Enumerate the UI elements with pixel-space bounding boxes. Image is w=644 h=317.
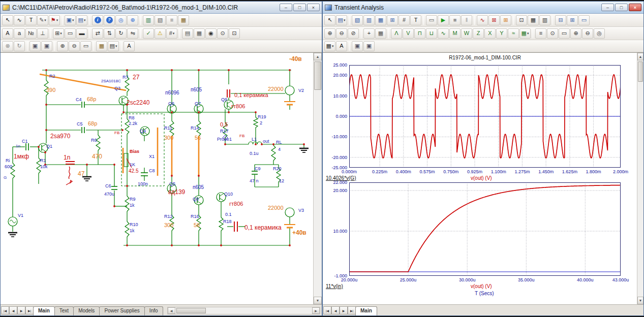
properties-icon[interactable]: ▭ <box>426 15 437 25</box>
crosshair-icon[interactable]: ◎ <box>594 28 605 39</box>
run-button[interactable]: ▶ <box>438 15 449 25</box>
tab-nav-next[interactable]: ▶ <box>17 306 25 314</box>
schematic-vscrollbar[interactable]: ▲ ▼ <box>313 53 322 304</box>
analysis-plot-area[interactable]: R1972-06_mod-1_DIM-100.CIR ▲ ▼ 25.00020.… <box>323 52 643 304</box>
maximize-button[interactable]: □ <box>615 4 628 11</box>
plot-vscrollbar[interactable]: ▲ ▼ <box>637 53 643 304</box>
dropdown-arrow-icon[interactable]: ▾ <box>115 44 117 48</box>
data-window-icon[interactable]: ▥ <box>363 15 375 25</box>
waveform-buffer-icon[interactable]: ▦▾ <box>519 28 531 39</box>
dropdown-arrow-icon[interactable]: ▾ <box>527 31 529 36</box>
scroll-down-button[interactable]: ▼ <box>637 297 643 304</box>
select-area-icon[interactable]: ⊡ <box>229 28 240 39</box>
menu-icon[interactable]: ≡ <box>535 28 546 39</box>
component-browser-icon[interactable]: ▣▾ <box>65 15 76 25</box>
mirror-box-icon[interactable]: ⇋ <box>127 28 138 39</box>
pattern-grid-icon[interactable]: #▾ <box>166 28 177 39</box>
scroll-up-button[interactable]: ▲ <box>314 53 322 60</box>
dropdown-arrow-icon[interactable]: ▾ <box>344 18 346 22</box>
camera-icon[interactable]: ▦ <box>178 15 189 25</box>
flip-vertical-icon[interactable]: ⇅ <box>104 28 115 39</box>
horizontal-tile-icon[interactable]: ⊟ <box>555 15 566 25</box>
shape-editor-icon[interactable]: ▤▾ <box>76 15 87 25</box>
tab-nav-prev[interactable]: ◀ <box>331 306 340 314</box>
info-mode-icon[interactable]: i <box>92 15 103 25</box>
formula-icon[interactable]: # <box>398 15 410 25</box>
tile-sheets-icon[interactable]: ▦ <box>194 28 205 39</box>
flip-horizontal-icon[interactable]: ⇄ <box>92 28 103 39</box>
scroll-thumb[interactable] <box>176 308 206 313</box>
find-next-icon[interactable]: ⊙ <box>217 28 228 39</box>
peak-icon[interactable]: Λ <box>391 28 402 39</box>
plot-1-canvas[interactable] <box>349 65 621 168</box>
scroll-thumb[interactable] <box>638 61 643 82</box>
node-numbers-icon[interactable]: № <box>25 28 37 39</box>
check-model-icon[interactable]: ✓ <box>143 28 154 39</box>
copy-plot-icon[interactable]: ▣ <box>352 41 363 51</box>
scope-window-icon[interactable]: ▧ <box>352 15 363 25</box>
point-to-end-paths-icon[interactable]: ◎ <box>115 15 127 25</box>
pin-connections-icon[interactable]: ⊥ <box>37 28 48 39</box>
dropdown-arrow-icon[interactable]: ▾ <box>44 18 46 22</box>
grid-text-icon[interactable]: A <box>2 28 13 39</box>
tab-nav-first[interactable]: |◀ <box>323 306 331 314</box>
attribute-text-icon[interactable]: a <box>14 28 25 39</box>
dropdown-arrow-icon[interactable]: ▾ <box>84 18 86 22</box>
tab-text[interactable]: Text <box>54 306 74 315</box>
data-points-icon[interactable]: ⊡ <box>516 15 527 25</box>
dropdown-arrow-icon[interactable]: ▾ <box>60 31 62 36</box>
select-tool-icon[interactable]: ↖ <box>324 15 335 25</box>
tab-info[interactable]: Info <box>144 306 163 315</box>
rotate-icon[interactable]: ↻ <box>115 28 127 39</box>
scroll-right-button[interactable]: ▶ <box>312 307 320 314</box>
tab-main[interactable]: Main <box>33 306 55 315</box>
accumulate-plots-icon[interactable]: ⊞ <box>500 15 511 25</box>
camera-capture-icon[interactable]: ▦ <box>96 41 107 51</box>
global-high-icon[interactable]: M <box>449 28 461 39</box>
scroll-thumb[interactable] <box>314 61 321 90</box>
high-icon[interactable]: ⊓ <box>414 28 425 39</box>
stop-button[interactable]: ■ <box>449 15 461 25</box>
ruler-icon[interactable]: ▥ <box>539 15 550 25</box>
trace-legend-label[interactable]: v(out) (V) <box>471 175 492 181</box>
tab-power-supplies[interactable]: Power Supplies <box>99 306 144 315</box>
text-tool-icon[interactable]: T <box>25 15 37 25</box>
scroll-left-button[interactable]: ◀ <box>168 307 175 314</box>
cursor-panel-icon[interactable]: ▦ <box>375 28 386 39</box>
flag-tool-icon[interactable]: ⚑▾ <box>49 15 60 25</box>
scroll-up-button[interactable]: ▲ <box>637 53 643 60</box>
grid-icon[interactable]: ⊞▾ <box>53 28 64 39</box>
slope-icon[interactable]: Z <box>473 28 484 39</box>
tokens-icon[interactable]: ▦ <box>528 15 539 25</box>
normalize-icon[interactable]: ▭ <box>559 28 570 39</box>
plot-2-canvas[interactable] <box>349 182 621 276</box>
zoom-out-icon[interactable]: ⊖ <box>336 28 347 39</box>
analysis-titlebar[interactable]: Transient Analysis – □ × <box>323 2 643 14</box>
refresh-icon[interactable]: ↻ <box>14 41 25 51</box>
inflection-icon[interactable]: ∿ <box>438 28 449 39</box>
border-icon[interactable]: ▭ <box>65 28 76 39</box>
annotate-text-icon[interactable]: A <box>336 41 347 51</box>
dropdown-arrow-icon[interactable]: ▾ <box>56 18 58 22</box>
zoom-in-plot-icon[interactable]: ⊕ <box>570 28 581 39</box>
tab-nav-prev[interactable]: ◀ <box>9 306 17 314</box>
sheet-icon[interactable]: ▤ <box>182 28 193 39</box>
minimize-button[interactable]: – <box>280 4 292 11</box>
maximize-button[interactable]: □ <box>293 4 306 11</box>
go-to-x-icon[interactable]: X <box>484 28 496 39</box>
grid-options-icon[interactable]: ▦▾ <box>324 41 335 51</box>
scroll-track[interactable] <box>175 307 312 314</box>
text-size-icon[interactable]: A <box>124 41 135 51</box>
digital-path-icon[interactable]: ▥ <box>143 15 154 25</box>
zoom-in-icon[interactable]: ⊕ <box>57 41 68 51</box>
paste-page-icon[interactable]: ▣ <box>41 41 52 51</box>
cursor-mode-icon[interactable]: ∿ <box>477 15 488 25</box>
branch-icon[interactable]: ≈ <box>508 28 519 39</box>
minimize-button[interactable]: – <box>601 4 614 11</box>
watch-icon[interactable]: ⊙ <box>547 28 558 39</box>
report-icon[interactable]: ≡ <box>166 15 177 25</box>
low-icon[interactable]: ⊔ <box>426 28 437 39</box>
tab-nav-next[interactable]: ▶ <box>340 306 348 314</box>
graphics-tool-icon[interactable]: ✎▾ <box>37 15 48 25</box>
trace-legend-label[interactable]: v(out) (V) <box>471 283 492 289</box>
